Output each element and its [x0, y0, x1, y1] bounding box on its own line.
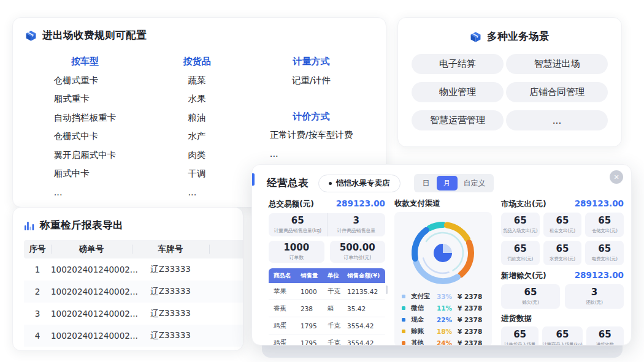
- scenarios-panel-title: 多种业务场景: [487, 30, 550, 43]
- vehicle-type-item: 厢式重卡: [54, 90, 117, 109]
- store-dot-icon: [329, 182, 332, 185]
- product-col-header: 销售金额(¥): [342, 272, 385, 280]
- product-cell: 鸡蛋: [269, 339, 296, 346]
- store-name: 恺恺水果专卖店: [336, 178, 390, 189]
- cube-icon: [25, 30, 37, 42]
- rules-col-goods: 按货品 蔬菜水果粮油水产肉类干调...: [145, 52, 249, 202]
- credit-card: 3还款(元): [565, 284, 624, 309]
- stat-label: 进货次数: [596, 342, 614, 345]
- total-trade-value: 289123.00: [336, 198, 385, 208]
- product-cell: 鸡蛋: [269, 322, 296, 330]
- table-cell: 单排仓: [209, 286, 243, 297]
- legend-item: 赊账18%¥ 2378: [402, 325, 485, 337]
- product-cell: 千克: [323, 287, 342, 296]
- scenario-button[interactable]: 智慧运营管理: [412, 110, 504, 130]
- rules-col-vehicle: 按车型 仓栅式重卡厢式重卡自动挡栏板重卡仓栅式中卡翼开启厢式中卡厢式中卡...: [25, 52, 145, 202]
- product-cell: 1795: [296, 322, 323, 330]
- legend-name: 其他: [411, 339, 437, 346]
- stat-value: 65: [598, 244, 611, 254]
- expense-card: 65罚款支出(元): [501, 241, 540, 265]
- table-cell: 100202401240002...: [51, 309, 132, 319]
- weighing-col-header: 序号: [24, 244, 51, 255]
- product-row: 香蕉238箱35.42: [269, 300, 385, 317]
- stat-label: 仓储支出(元): [592, 228, 618, 234]
- market-expense-value: 289123.00: [575, 198, 624, 208]
- product-cell: 1000: [296, 288, 323, 295]
- product-row: 苹果1000千克12135.42: [269, 283, 385, 300]
- close-icon[interactable]: [610, 170, 623, 184]
- market-expense-cards: 65货品入场支出(元)65租金支出(元)65仓储支出(元)65罚款支出(元)65…: [501, 213, 624, 265]
- weighing-panel-title: 称重检斤报表导出: [40, 219, 123, 232]
- purchase-card: 65计重商品入场量(kg): [542, 326, 582, 345]
- legend-swatch-icon: [402, 341, 405, 345]
- scenario-buttons: 电子结算智慧进出场物业管理店铺合同管理智慧运营管理...: [412, 54, 608, 130]
- legend-percent: 18%: [437, 328, 458, 335]
- credit-card: 65赊欠(元): [501, 284, 560, 309]
- stat-value: 65: [524, 287, 537, 298]
- vehicle-type-item: 翼开启厢式中卡: [54, 146, 117, 165]
- table-cell: 3: [24, 309, 51, 319]
- stat-label: 罚款支出(元): [507, 256, 533, 262]
- legend-amount: ¥ 2378: [458, 316, 482, 323]
- goods-type-item: 水产: [188, 127, 206, 146]
- product-col-header: 商品名: [269, 272, 296, 280]
- table-cell: 2: [24, 287, 51, 296]
- stat-value: 65: [291, 216, 304, 226]
- stat-value: 1000: [283, 243, 309, 253]
- product-cell: 35.42: [342, 305, 385, 312]
- table-cell: 4: [24, 331, 51, 341]
- scrollbar-thumb[interactable]: [386, 285, 388, 294]
- stat-label: 计重商品入场量(kg): [542, 342, 582, 345]
- period-tabs: 日月自定义: [414, 174, 494, 192]
- product-cell: 3554.42: [342, 322, 385, 330]
- sales-total-card: 65计重商品销售总量(kg)3计件商品销售总量: [269, 213, 385, 236]
- product-cell: 千克: [323, 322, 342, 330]
- expense-card: 65仓储支出(元): [585, 213, 624, 237]
- table-cell: 100202401240002...: [51, 287, 132, 296]
- business-summary-panel: 经营总表 恺恺水果专卖店 日月自定义 总交易额(元) 289123.00 65计…: [251, 164, 632, 345]
- payment-legend: 支付宝33%¥ 2378微信11%¥ 2378现金22%¥ 2378赊账18%¥…: [402, 290, 485, 345]
- tab-自定义[interactable]: 自定义: [458, 176, 492, 190]
- table-cell: 辽Z33333: [132, 308, 209, 319]
- table-cell: 辽Z33333: [132, 264, 209, 275]
- stat-value: 65: [514, 244, 527, 254]
- vehicle-type-item: 自动挡栏板重卡: [54, 108, 117, 127]
- legend-swatch-icon: [402, 330, 405, 333]
- stat-label: 赊欠(元): [522, 300, 539, 306]
- scenario-button[interactable]: 电子结算: [412, 54, 504, 74]
- goods-type-item: 粮油: [188, 108, 206, 127]
- scenarios-panel: 多种业务场景 电子结算智慧进出场物业管理店铺合同管理智慧运营管理...: [397, 17, 622, 147]
- rules-panel-title: 进出场收费规则可配置: [42, 29, 147, 42]
- legend-name: 现金: [411, 315, 437, 324]
- tab-月[interactable]: 月: [437, 176, 458, 190]
- sales-total-stat: 65计重商品销售总量(kg): [269, 213, 327, 236]
- product-col-header: 单位: [323, 272, 342, 280]
- purchase-card: 65进货次数: [586, 326, 624, 345]
- scenario-button[interactable]: ...: [506, 110, 608, 130]
- goods-type-item: 水果: [188, 90, 206, 109]
- cube-icon: [470, 31, 481, 43]
- stat-label: 计件货品入场量: [504, 342, 535, 345]
- price-method-item: 正常计费/按车型计费: [270, 126, 353, 145]
- trade-column: 总交易额(元) 289123.00 65计重商品销售总量(kg)3计件商品销售总…: [269, 198, 385, 345]
- tab-日[interactable]: 日: [416, 176, 437, 190]
- legend-amount: ¥ 2378: [458, 304, 482, 312]
- legend-swatch-icon: [402, 295, 405, 298]
- stat-value: 65: [514, 216, 527, 226]
- product-row: 鸡蛋1795千克3554.42: [269, 334, 385, 345]
- product-cell: 千克: [323, 339, 342, 346]
- price-method-header: 计价方式: [293, 107, 330, 126]
- scenario-button[interactable]: 店铺合同管理: [506, 82, 608, 102]
- scenario-button[interactable]: 智慧进出场: [506, 54, 608, 74]
- table-cell: 100202401240002...: [51, 331, 132, 341]
- product-cell: 3554.42: [342, 339, 385, 346]
- goods-type-item: ...: [188, 183, 206, 202]
- scenario-button[interactable]: 物业管理: [412, 82, 504, 102]
- stat-label: 订单均价(元): [343, 254, 371, 261]
- product-col-header: 销售量: [296, 272, 323, 280]
- measure-method-header: 计量方式: [293, 52, 330, 71]
- table-cell: 单排仓: [209, 308, 243, 319]
- rules-col-vehicle-header: 按车型: [71, 52, 99, 71]
- purchase-cards: 65计件货品入场量65计重商品入场量(kg)65进货次数: [501, 326, 624, 345]
- store-selector[interactable]: 恺恺水果专卖店: [318, 175, 401, 192]
